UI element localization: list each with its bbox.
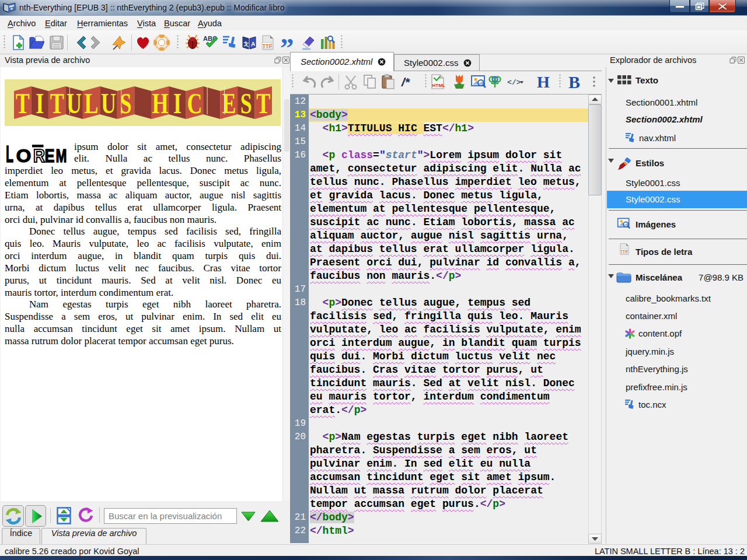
- svg-text:T: T: [16, 87, 30, 119]
- svg-text:A: A: [251, 40, 255, 47]
- svg-text:I: I: [36, 87, 44, 119]
- svg-text:H: H: [152, 87, 169, 119]
- svg-text:T: T: [50, 87, 64, 119]
- svg-text:”: ”: [280, 34, 294, 51]
- svg-text:/*: /*: [401, 75, 410, 89]
- svg-text:I: I: [173, 87, 181, 119]
- svg-text:S: S: [120, 87, 132, 119]
- svg-text:E: E: [222, 87, 236, 119]
- svg-text:T: T: [256, 87, 270, 119]
- svg-text:TTF: TTF: [263, 43, 273, 49]
- svg-text:S: S: [240, 87, 252, 119]
- svg-text:B: B: [568, 74, 580, 90]
- svg-text:L: L: [85, 87, 99, 119]
- svg-text:U: U: [67, 87, 82, 119]
- svg-text:</>: </>: [507, 78, 521, 87]
- svg-text:文: 文: [243, 41, 249, 48]
- svg-text:U: U: [101, 87, 116, 119]
- svg-text:C: C: [187, 87, 202, 119]
- svg-text:H: H: [537, 74, 550, 90]
- svg-text:HTML: HTML: [432, 83, 445, 88]
- svg-text:TTF: TTF: [620, 250, 629, 254]
